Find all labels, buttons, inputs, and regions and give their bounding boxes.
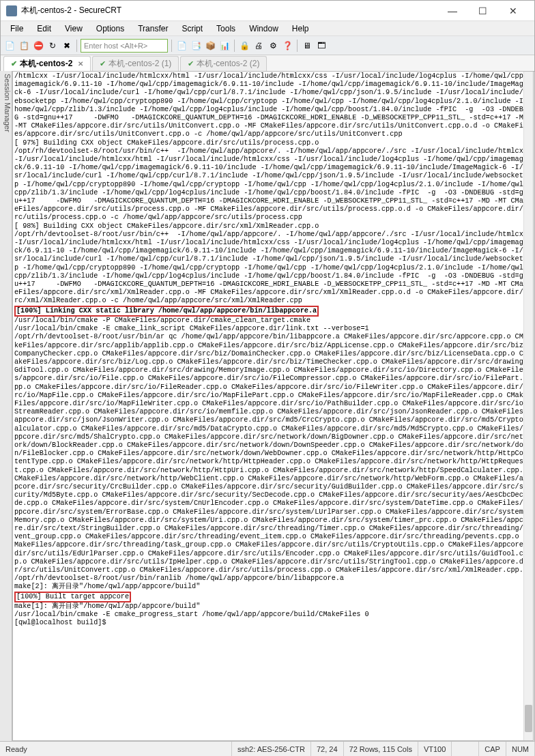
tab-label: 本机-centos-2 (1) (109, 58, 171, 70)
window-title: 本机-centos-2 - SecureCRT (21, 5, 437, 16)
menu-view[interactable]: View (58, 23, 89, 35)
toolbar-sep (171, 40, 172, 52)
terminal[interactable]: /htmlcxx -I/usr/local/include/htmlcxx/ht… (12, 71, 534, 741)
status-num: NUM (506, 742, 535, 756)
connected-icon: ✔ (188, 59, 194, 68)
terminal-output: /usr/local/bin/cmake -P CMakeFiles/appco… (14, 317, 532, 591)
app-icon (6, 5, 17, 16)
connected-icon: ✔ (100, 59, 106, 68)
tab-label: 本机-centos-2 (20, 58, 72, 70)
tab-centos-2-1[interactable]: ✔ 本机-centos-2 (1) (92, 56, 179, 71)
copy-icon[interactable]: 📄 (175, 40, 188, 52)
tab-label: 本机-centos-2 (2) (197, 58, 259, 70)
menu-tools[interactable]: Tools (209, 23, 242, 35)
print-icon[interactable]: 🖨 (252, 40, 265, 52)
menu-file[interactable]: File (3, 23, 30, 35)
titlebar: 本机-centos-2 - SecureCRT — ☐ ✕ (1, 1, 534, 21)
disconnect-icon[interactable]: ⛔ (32, 40, 44, 52)
statusbar: Ready ssh2: AES-256-CTR 72, 24 72 Rows, … (0, 741, 535, 756)
terminal-output: /htmlcxx -I/usr/local/include/htmlcxx/ht… (14, 72, 532, 304)
tabbar: ✔ 本机-centos-2 ✕ ✔ 本机-centos-2 (1) ✔ 本机-c… (1, 55, 534, 72)
menu-options[interactable]: Options (89, 23, 131, 35)
status-term-type: VT100 (418, 742, 452, 756)
status-size: 72 Rows, 115 Cols (344, 742, 418, 756)
menu-transfer[interactable]: Transfer (131, 23, 175, 35)
close-button[interactable]: ✕ (497, 1, 529, 20)
status-ssh: ssh2: AES-256-CTR (232, 742, 311, 756)
terminal-output: make[1]: 离开目录"/home/qwl/app/appcore/buil… (14, 602, 369, 626)
tab-centos-2-2[interactable]: ✔ 本机-centos-2 (2) (180, 56, 267, 71)
session-list-icon[interactable]: 📋 (18, 40, 30, 52)
toolbar-sep (234, 40, 235, 52)
toolbar-sep (76, 40, 77, 52)
menu-window[interactable]: Window (242, 23, 285, 35)
scrollbar[interactable] (523, 72, 533, 740)
cancel-icon[interactable]: ✖ (61, 40, 73, 52)
help-icon[interactable]: ❓ (281, 40, 293, 52)
menu-script[interactable]: Script (175, 23, 209, 35)
toolbar: 📄 📋 ⛔ ↻ ✖ Enter host <Alt+R> 📄 📑 📦 📊 🔒 🖨… (1, 36, 534, 55)
reconnect-icon[interactable]: ↻ (46, 40, 59, 52)
settings-icon[interactable]: ⚙ (267, 40, 279, 52)
scroll-thumb[interactable] (525, 705, 532, 732)
minimize-button[interactable]: — (437, 1, 467, 20)
toolbar-sep (297, 40, 298, 52)
highlight-built-target: [100%] Built target appcore (14, 592, 131, 602)
menubar: File Edit View Options Transfer Script T… (1, 21, 534, 36)
window-icon[interactable]: 🗔 (315, 40, 328, 52)
maximize-button[interactable]: ☐ (467, 1, 497, 20)
lock-icon[interactable]: 🔒 (238, 40, 250, 52)
paste-icon[interactable]: 📑 (190, 40, 202, 52)
status-cursor-pos: 72, 24 (311, 742, 344, 756)
highlight-linking: [100%] Linking CXX static library /home/… (14, 306, 319, 317)
tab-centos-2[interactable]: ✔ 本机-centos-2 ✕ (3, 56, 91, 71)
menu-edit[interactable]: Edit (30, 23, 58, 35)
status-cap: CAP (479, 742, 506, 756)
screen-icon[interactable]: 🖥 (301, 40, 313, 52)
new-session-icon[interactable]: 📄 (3, 40, 16, 52)
connected-icon: ✔ (11, 59, 17, 68)
transfer-icon[interactable]: 📦 (204, 40, 216, 52)
status-ready: Ready (0, 742, 232, 756)
tile-icon[interactable]: 📊 (218, 40, 231, 52)
session-manager-tab[interactable]: Session Manager (0, 71, 12, 741)
tab-close-icon[interactable]: ✕ (78, 60, 83, 68)
host-input[interactable]: Enter host <Alt+R> (81, 39, 168, 53)
menu-help[interactable]: Help (285, 23, 316, 35)
